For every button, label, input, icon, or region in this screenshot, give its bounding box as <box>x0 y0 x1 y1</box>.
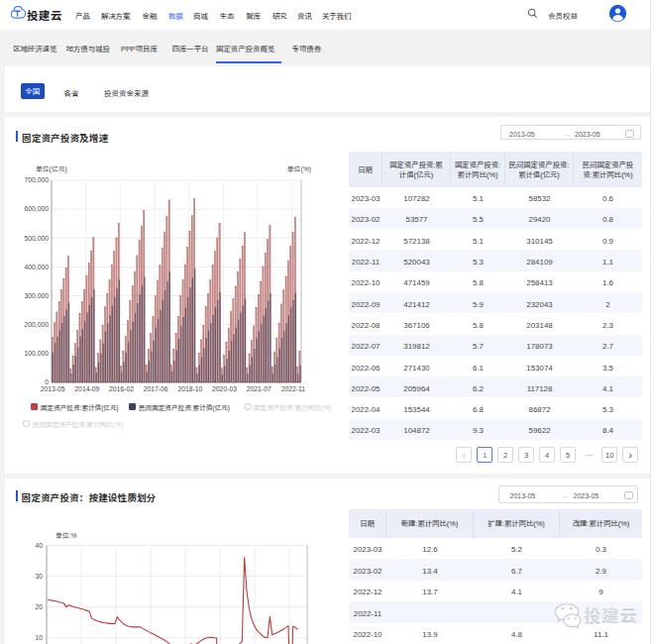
svg-text:500,000: 500,000 <box>24 235 49 242</box>
svg-text:2020-03: 2020-03 <box>212 385 237 392</box>
svg-text:40: 40 <box>35 542 43 549</box>
svg-text:民间固定资产投资:累计同比(%): 民间固定资产投资:累计同比(%) <box>33 419 123 429</box>
svg-text:投建云: 投建云 <box>584 602 637 627</box>
svg-text:2018-10: 2018-10 <box>177 385 202 392</box>
svg-text:2016-02: 2016-02 <box>109 385 134 392</box>
svg-text:固定资产投资:累计同比(%): 固定资产投资:累计同比(%) <box>254 402 331 412</box>
svg-text:单位:%: 单位:% <box>55 530 77 540</box>
svg-text:600,000: 600,000 <box>24 205 49 212</box>
svg-text:300,000: 300,000 <box>24 292 49 299</box>
svg-text:400,000: 400,000 <box>24 264 49 270</box>
svg-text:2022-11: 2022-11 <box>281 385 306 392</box>
svg-text:固定资产投资:累计值(亿元): 固定资产投资:累计值(亿元) <box>41 402 119 412</box>
svg-text:2013-05: 2013-05 <box>41 385 65 392</box>
svg-text:2017-06: 2017-06 <box>144 385 168 392</box>
svg-text:2014-09: 2014-09 <box>74 385 99 392</box>
svg-text:民间固定资产投资:累计值(亿元): 民间固定资产投资:累计值(亿元) <box>139 402 230 412</box>
svg-text:200,000: 200,000 <box>24 321 49 328</box>
svg-text:20: 20 <box>35 603 43 610</box>
svg-text:100,000: 100,000 <box>24 350 49 357</box>
svg-text:10: 10 <box>35 634 43 641</box>
svg-text:2021-07: 2021-07 <box>247 385 272 392</box>
svg-text:单位(亿元): 单位(亿元) <box>36 163 67 173</box>
svg-text:30: 30 <box>35 573 43 580</box>
svg-text:700,000: 700,000 <box>24 176 49 183</box>
svg-text:单位(%): 单位(%) <box>287 163 311 173</box>
